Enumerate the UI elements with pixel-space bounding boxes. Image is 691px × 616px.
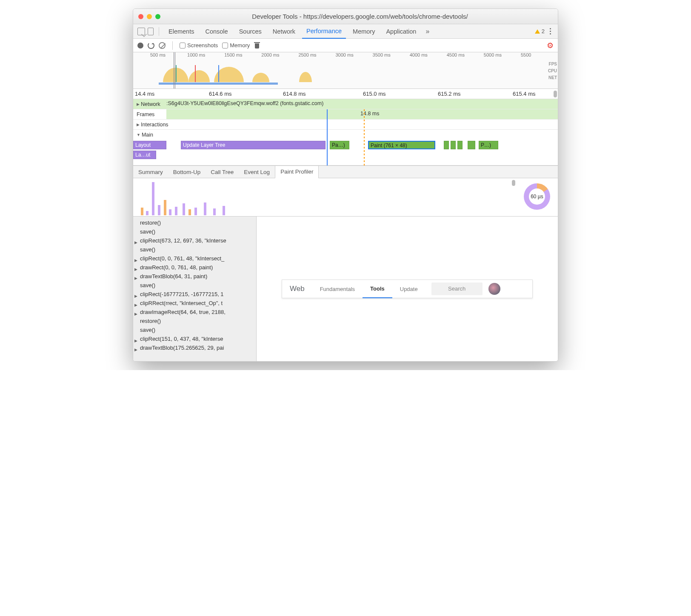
interactions-track-label[interactable]: ▶Interactions	[133, 120, 166, 129]
main-tabs: Elements Console Sources Network Perform…	[133, 24, 558, 39]
cpu-graph	[159, 65, 354, 82]
tab-application[interactable]: Application	[382, 24, 420, 39]
performance-toolbar: Screenshots Memory ⚙	[133, 39, 558, 52]
checkbox-icon	[180, 43, 186, 48]
minimize-icon[interactable]	[147, 14, 152, 19]
warning-badge[interactable]: 2	[535, 28, 545, 34]
maximize-icon[interactable]	[155, 14, 160, 19]
overview-pane[interactable]: 500 ms1000 ms 1500 ms2000 ms 2500 ms3000…	[133, 52, 558, 89]
paint-command[interactable]: ▶drawImageRect(64, 64, true, 2188,	[133, 308, 256, 317]
timing-donut: 60 µs	[524, 183, 550, 210]
more-tabs-icon[interactable]: »	[423, 28, 432, 35]
subtab-summary[interactable]: Summary	[133, 165, 168, 178]
paint-bar-selected[interactable]: Paint (761 × 48)	[368, 141, 435, 149]
trash-icon[interactable]	[254, 42, 260, 49]
flame-chart-area[interactable]: ▶Network :S6g4U3t-Y5UEw0lE80llgEseQY3FEm…	[133, 99, 558, 165]
paint-command[interactable]: save()	[133, 245, 256, 254]
paint-command[interactable]: ▶drawTextBlob(175.265625, 29, pai	[133, 343, 256, 352]
inspect-icon[interactable]	[137, 28, 145, 35]
paint-command[interactable]: ▶clipRRect(rrect, "kIntersect_Op", t	[133, 299, 256, 308]
paint-command[interactable]: ▶clipRect(673, 12, 697, 36, "kInterse	[133, 236, 256, 245]
window-title: Developer Tools - https://developers.goo…	[167, 13, 553, 20]
frames-track-label[interactable]: Frames	[133, 109, 166, 119]
scrollbar-thumb[interactable]	[512, 180, 515, 186]
paint-command[interactable]: save()	[133, 281, 256, 290]
tab-performance[interactable]: Performance	[302, 24, 346, 39]
paint-command[interactable]: save()	[133, 227, 256, 236]
close-icon[interactable]	[138, 14, 143, 19]
paint-command[interactable]: save()	[133, 325, 256, 334]
tab-elements[interactable]: Elements	[164, 24, 198, 39]
paint-command[interactable]: restore()	[133, 218, 256, 227]
paint-bar[interactable]	[451, 141, 456, 149]
network-request[interactable]: :S6g4U3t-Y5UEw0lE80llgEseQY3FEmqw.woff2 …	[166, 100, 323, 106]
subtab-bottom-up[interactable]: Bottom-Up	[168, 165, 206, 178]
warning-count: 2	[542, 28, 545, 34]
paint-command[interactable]: ▶clipRect(0, 0, 761, 48, "kIntersect_	[133, 254, 256, 263]
tab-sources[interactable]: Sources	[235, 24, 266, 39]
overview-selection[interactable]	[174, 52, 175, 88]
screenshots-checkbox[interactable]: Screenshots	[180, 42, 218, 48]
preview-navbar: Web Fundamentals Tools Update Search	[282, 279, 533, 298]
checkbox-icon	[222, 43, 228, 48]
main-track-label[interactable]: ▼Main	[133, 130, 166, 140]
paint-command[interactable]: ▶drawRect(0, 0, 761, 48, paint)	[133, 263, 256, 272]
paint-bar-p[interactable]: P…)	[479, 141, 498, 149]
nav-search[interactable]: Search	[431, 282, 483, 295]
donut-label: 60 µs	[531, 194, 543, 200]
timeline-marker-blue	[327, 109, 328, 165]
lane-labels: FPSCPUNET	[548, 61, 557, 81]
memory-checkbox[interactable]: Memory	[222, 42, 250, 48]
subtab-event-log[interactable]: Event Log	[239, 165, 275, 178]
separator	[172, 41, 173, 50]
nav-fundamentals[interactable]: Fundamentals	[312, 279, 363, 298]
device-toggle-icon[interactable]	[148, 28, 154, 35]
clear-icon[interactable]	[159, 42, 166, 49]
paint-command[interactable]: restore()	[133, 317, 256, 325]
warning-icon	[535, 29, 540, 34]
network-track-label[interactable]: ▶Network	[133, 99, 166, 109]
titlebar[interactable]: Developer Tools - https://developers.goo…	[133, 9, 558, 24]
nav-tools[interactable]: Tools	[363, 279, 392, 298]
layout-bar[interactable]: Layout	[133, 141, 166, 149]
separator	[159, 27, 159, 36]
devtools-window: Developer Tools - https://developers.goo…	[133, 9, 558, 362]
subtab-paint-profiler[interactable]: Paint Profiler	[275, 166, 319, 179]
paint-preview: Web Fundamentals Tools Update Search	[257, 217, 558, 361]
paint-commands-list[interactable]: restore()save()▶clipRect(673, 12, 697, 3…	[133, 217, 257, 361]
window-controls	[138, 14, 160, 19]
paint-bar-small[interactable]: Pa…)	[330, 141, 349, 149]
frame-duration[interactable]: 14.8 ms	[360, 111, 379, 117]
gear-icon[interactable]: ⚙	[547, 41, 554, 50]
tab-memory[interactable]: Memory	[348, 24, 379, 39]
paint-command[interactable]: ▶drawTextBlob(64, 31, paint)	[133, 272, 256, 281]
tab-network[interactable]: Network	[268, 24, 300, 39]
paint-bar[interactable]	[457, 141, 463, 149]
timeline-marker-orange	[364, 109, 365, 165]
update-layer-tree-bar[interactable]: Update Layer Tree	[181, 141, 326, 149]
record-icon[interactable]	[137, 43, 143, 48]
subtab-call-tree[interactable]: Call Tree	[206, 165, 239, 178]
tab-console[interactable]: Console	[201, 24, 232, 39]
reload-icon[interactable]	[148, 42, 154, 49]
layout-bar-nested[interactable]: La…ut	[133, 151, 156, 159]
nav-updates[interactable]: Update	[392, 279, 425, 298]
nav-web[interactable]: Web	[282, 279, 312, 298]
detail-ruler[interactable]: 14.4 ms 614.6 ms 614.8 ms 615.0 ms 615.2…	[133, 89, 558, 99]
paint-command[interactable]: ▶clipRect(-16777215, -16777215, 1	[133, 290, 256, 299]
kebab-menu-icon[interactable]	[547, 28, 554, 34]
scrollbar-thumb[interactable]	[554, 91, 557, 97]
paint-profiler-bottom: restore()save()▶clipRect(673, 12, 697, 3…	[133, 217, 558, 361]
paint-bar[interactable]	[444, 141, 449, 149]
overview-ruler: 500 ms1000 ms 1500 ms2000 ms 2500 ms3000…	[133, 52, 558, 60]
paint-profiler-strip[interactable]: 60 µs	[133, 178, 558, 217]
paint-command[interactable]: ▶clipRect(151, 0, 437, 48, "kInterse	[133, 334, 256, 343]
avatar[interactable]	[488, 283, 500, 295]
detail-sub-tabs: Summary Bottom-Up Call Tree Event Log Pa…	[133, 165, 558, 178]
paint-bar[interactable]	[468, 141, 475, 149]
